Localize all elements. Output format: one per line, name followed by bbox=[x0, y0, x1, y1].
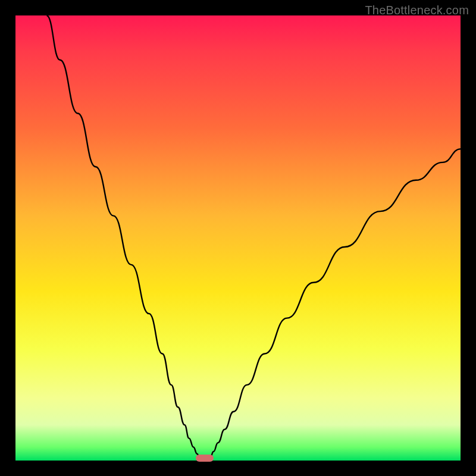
plot-area bbox=[15, 15, 461, 461]
bottleneck-curve bbox=[15, 15, 461, 461]
watermark-text: TheBottleneck.com bbox=[365, 4, 469, 17]
curve-right bbox=[208, 149, 461, 459]
chart-frame: TheBottleneck.com bbox=[0, 0, 476, 476]
curve-left bbox=[46, 15, 201, 460]
optimal-marker bbox=[196, 455, 214, 462]
